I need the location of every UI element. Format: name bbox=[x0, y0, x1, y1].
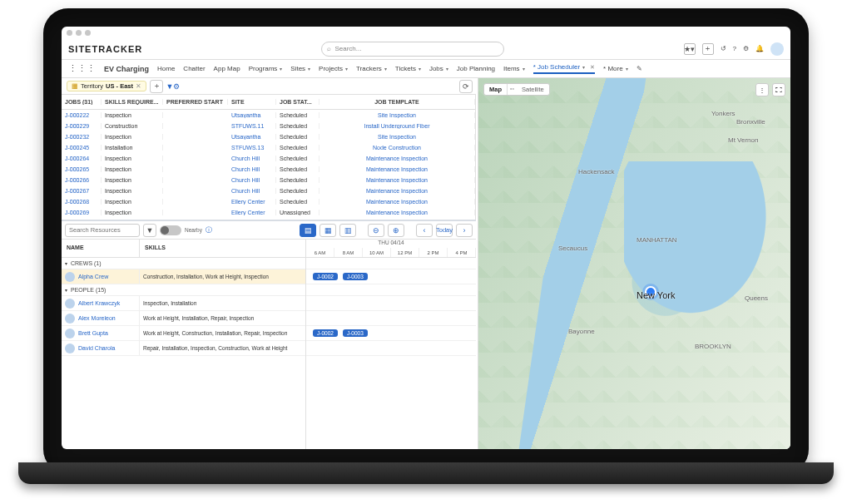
help-icon[interactable]: ? bbox=[733, 45, 736, 52]
table-row[interactable]: J-000229ConstructionSTFUWS.11ScheduledIn… bbox=[62, 121, 475, 131]
nav-tabs: ⋮⋮⋮ EV Charging Home Chatter App Map Pro… bbox=[62, 60, 790, 78]
tab-appmap[interactable]: App Map bbox=[214, 65, 240, 72]
map-fullscreen-button[interactable]: ⛶ bbox=[772, 83, 785, 96]
col-name[interactable]: NAME bbox=[62, 240, 140, 257]
bell-icon[interactable]: 🔔 bbox=[755, 45, 764, 52]
resource-row[interactable]: Brett GuptaWork at Height, Construction,… bbox=[62, 326, 305, 341]
app-header: SITETRACKER ⌕ Search... ★▾ ＋ ↺ ? ⚙ 🔔 bbox=[62, 38, 790, 60]
schedule-lane[interactable] bbox=[306, 341, 476, 356]
schedule-lane[interactable]: J-0002J-0003 bbox=[306, 326, 476, 341]
table-row[interactable]: J-000232InspectionUtsayanthaScheduledSit… bbox=[62, 131, 475, 142]
resource-search-input[interactable] bbox=[65, 224, 140, 237]
table-row[interactable]: J-000266InspectionChurch HillScheduledMa… bbox=[62, 175, 475, 185]
resource-row[interactable]: Alex MoreleonWork at Height, Installatio… bbox=[62, 311, 305, 326]
col-skills[interactable]: SKILLS REQUIRE... bbox=[102, 99, 163, 105]
filter-settings-button[interactable]: ▼⚙ bbox=[166, 80, 180, 93]
map-place-label: BROOKLYN bbox=[695, 343, 731, 350]
user-avatar[interactable] bbox=[770, 42, 784, 56]
close-icon[interactable]: ✕ bbox=[587, 64, 595, 71]
table-row[interactable]: J-000264InspectionChurch HillScheduledMa… bbox=[62, 153, 475, 164]
edit-nav-icon[interactable]: ✎ bbox=[637, 65, 642, 72]
map-panel[interactable]: Map ▫▫ Satellite ⋮ ⛶ New York YonkersHac… bbox=[478, 78, 790, 449]
refresh-button[interactable]: ⟳ bbox=[459, 80, 473, 93]
resource-toolbar: ▼ Nearby ⓘ ▤ ▦ ▥ ⊖ ⊕ ‹ Today › bbox=[62, 221, 476, 240]
col-jobs[interactable]: JOBS (31) bbox=[62, 99, 102, 105]
tab-jobplanning[interactable]: Job Planning bbox=[457, 65, 495, 72]
col-start[interactable]: PREFERRED START bbox=[163, 99, 228, 105]
group-header[interactable]: ▾PEOPLE (15) bbox=[62, 284, 305, 296]
chip-close-icon[interactable]: ✕ bbox=[136, 82, 141, 90]
map-place-label: Yonkers bbox=[711, 110, 736, 117]
tab-trackers[interactable]: Trackers▾ bbox=[356, 65, 387, 72]
map-mode-switch[interactable]: Map ▫▫ Satellite bbox=[483, 83, 550, 96]
job-chip[interactable]: J-0002 bbox=[313, 329, 338, 337]
add-button[interactable]: ＋ bbox=[702, 43, 714, 55]
table-row[interactable]: J-000222InspectionUtsayanthaScheduledSit… bbox=[62, 110, 475, 121]
schedule-lane[interactable]: J-0002J-0003 bbox=[306, 269, 476, 284]
map-pin-label: New York bbox=[637, 290, 675, 300]
table-row[interactable]: J-000268InspectionEllery CenterScheduled… bbox=[62, 196, 475, 207]
tab-sites[interactable]: Sites▾ bbox=[290, 65, 310, 72]
table-row[interactable]: J-000245InstallationSTFUWS.13ScheduledNo… bbox=[62, 142, 475, 153]
zoom-out-button[interactable]: ⊖ bbox=[368, 224, 384, 237]
map-place-label: Bronxville bbox=[736, 118, 765, 126]
resource-row[interactable]: Alpha CrewConstruction, Installation, Wo… bbox=[62, 269, 305, 284]
info-icon[interactable]: ⓘ bbox=[206, 225, 212, 235]
tab-chatter[interactable]: Chatter bbox=[183, 65, 205, 72]
territory-chip[interactable]: ▦ Territory US - East ✕ bbox=[67, 81, 146, 91]
table-row[interactable]: J-000265InspectionChurch HillScheduledMa… bbox=[62, 164, 475, 175]
next-day-button[interactable]: › bbox=[456, 224, 473, 237]
col-status[interactable]: JOB STAT... bbox=[276, 99, 320, 105]
resource-filter-button[interactable]: ▼ bbox=[143, 224, 156, 237]
app-name: EV Charging bbox=[104, 65, 149, 73]
zoom-in-button[interactable]: ⊕ bbox=[388, 224, 404, 237]
date-header: THU 04/14 bbox=[306, 240, 476, 248]
resource-row[interactable]: Albert KrawczykInspection, Installation bbox=[62, 296, 305, 311]
tab-projects[interactable]: Projects▾ bbox=[319, 65, 348, 72]
gear-icon[interactable]: ⚙ bbox=[743, 45, 749, 52]
job-chip[interactable]: J-0002 bbox=[313, 273, 338, 280]
map-place-label: MANHATTAN bbox=[637, 236, 677, 244]
tab-home[interactable]: Home bbox=[157, 65, 175, 72]
table-row[interactable]: J-000267InspectionChurch HillScheduledMa… bbox=[62, 185, 475, 196]
map-place-label: Bayonne bbox=[568, 328, 595, 335]
global-search[interactable]: ⌕ Search... bbox=[321, 42, 504, 57]
history-icon[interactable]: ↺ bbox=[721, 45, 726, 52]
filter-bar: ▦ Territory US - East ✕ ＋ ▼⚙ bbox=[62, 78, 476, 95]
resource-row[interactable]: David CharolaRepair, Installation, Inspe… bbox=[62, 341, 305, 356]
window-dots bbox=[67, 30, 91, 36]
col-site[interactable]: SITE bbox=[228, 99, 276, 105]
tab-programs[interactable]: Programs▾ bbox=[249, 65, 283, 72]
tab-jobscheduler[interactable]: * Job Scheduler▾✕ bbox=[533, 63, 595, 74]
job-chip[interactable]: J-0003 bbox=[343, 329, 368, 337]
tab-jobs[interactable]: Jobs▾ bbox=[429, 65, 448, 72]
map-place-label: Mt Vernon bbox=[728, 136, 758, 144]
view-week-button[interactable]: ▦ bbox=[320, 224, 336, 237]
tab-tickets[interactable]: Tickets▾ bbox=[395, 65, 421, 72]
search-icon: ⌕ bbox=[327, 45, 331, 52]
view-day-button[interactable]: ▤ bbox=[300, 224, 316, 237]
map-layers-button[interactable]: ⋮ bbox=[755, 83, 769, 96]
header-actions: ★▾ ＋ ↺ ? ⚙ 🔔 bbox=[684, 42, 784, 56]
tab-items[interactable]: Items▾ bbox=[503, 65, 525, 72]
app-launcher-icon[interactable]: ⋮⋮⋮ bbox=[68, 63, 96, 74]
favorite-button[interactable]: ★▾ bbox=[684, 43, 696, 55]
map-place-label: Hackensack bbox=[578, 168, 615, 175]
job-chip[interactable]: J-0003 bbox=[343, 273, 368, 280]
prev-day-button[interactable]: ‹ bbox=[416, 224, 433, 237]
brand-logo: SITETRACKER bbox=[68, 44, 142, 54]
today-button[interactable]: Today bbox=[436, 224, 453, 237]
view-month-button[interactable]: ▥ bbox=[339, 224, 356, 237]
group-header[interactable]: ▾CREWS (1) bbox=[62, 258, 305, 269]
schedule-lane[interactable] bbox=[306, 311, 476, 326]
add-filter-button[interactable]: ＋ bbox=[150, 80, 163, 93]
col-skills-res[interactable]: SKILLS bbox=[140, 240, 305, 257]
schedule-lane[interactable] bbox=[306, 296, 476, 311]
jobs-table: JOBS (31) SKILLS REQUIRE... PREFERRED ST… bbox=[62, 95, 476, 220]
col-template[interactable]: JOB TEMPLATE bbox=[320, 99, 475, 105]
tab-more[interactable]: * More▾ bbox=[603, 65, 628, 72]
nearby-toggle[interactable] bbox=[160, 225, 181, 235]
schedule-panel: NAME SKILLS ▾CREWS (1)Alpha CrewConstruc… bbox=[62, 240, 476, 449]
table-row[interactable]: J-000269InspectionEllery CenterUnassigne… bbox=[62, 207, 475, 218]
map-place-label: Queens bbox=[745, 294, 768, 302]
